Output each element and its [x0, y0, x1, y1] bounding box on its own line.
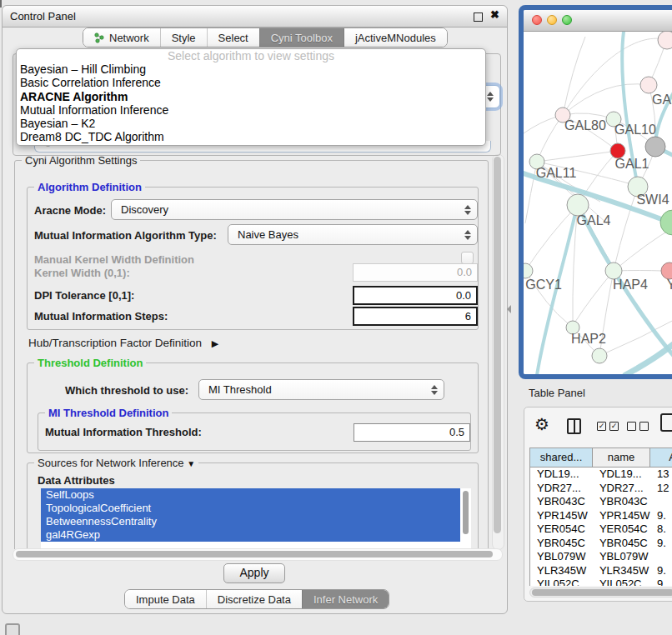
tab-style[interactable]: Style — [160, 28, 207, 47]
network-edge[interactable] — [614, 228, 672, 271]
network-node[interactable] — [605, 262, 622, 279]
gear-icon[interactable]: ⚙ — [534, 414, 549, 434]
network-edge[interactable] — [537, 115, 563, 162]
data-attribute-item-selected[interactable]: BetweennessCentrality — [41, 515, 460, 528]
stepper-icon — [464, 229, 472, 241]
dpi-tolerance-label: DPI Tolerance [0,1]: — [34, 289, 134, 302]
algorithm-option[interactable]: Bayesian – Hill Climbing — [17, 62, 485, 76]
data-attribute-item-selected[interactable]: SelfLoops — [41, 488, 460, 502]
table-cell: YPR145W — [530, 509, 593, 523]
network-window-titlebar[interactable] — [524, 10, 672, 32]
control-panel-title: Control Panel — [10, 10, 76, 22]
table-row[interactable]: YDL19...YDL19...13 — [530, 468, 672, 482]
tab-network[interactable]: Network — [83, 28, 160, 47]
table-cell: YDR27... — [530, 482, 593, 496]
close-traffic-light[interactable] — [532, 15, 542, 25]
algorithm-option[interactable]: Basic Correlation Inference — [17, 76, 485, 89]
network-graph[interactable]: GALGAL80GAL10GAL1GAL11SWI4GAL4GCY1HAP4YH… — [524, 32, 672, 375]
hub-section-label[interactable]: Hub/Transcription Factor Definition ▶ — [28, 337, 218, 349]
network-node[interactable] — [592, 348, 607, 363]
checked-box-icon: ✓ — [597, 422, 606, 431]
table-row[interactable]: YBR045CYBR045C9. — [530, 537, 672, 551]
table-horizontal-scrollbar[interactable] — [529, 588, 672, 598]
tab-select[interactable]: Select — [207, 28, 259, 47]
data-attributes-list[interactable]: SelfLoopsTopologicalCoefficientBetweenne… — [41, 488, 471, 549]
network-node[interactable] — [660, 210, 672, 235]
settings-vertical-scrollbar[interactable] — [492, 154, 504, 550]
expanded-arrow-icon[interactable]: ▼ — [187, 459, 195, 468]
collapsed-arrow-icon[interactable]: ▶ — [212, 338, 218, 348]
table-row[interactable]: YER054CYER054C8. — [530, 522, 672, 537]
table-row[interactable]: YPR145WYPR145W9. — [530, 509, 672, 523]
which-threshold-combo[interactable]: MI Threshold — [198, 379, 444, 400]
tab-jactivemnodules[interactable]: jActiveMNodules — [344, 28, 447, 47]
kernel-width-field[interactable]: 0.0 — [353, 263, 478, 282]
network-edge[interactable] — [537, 151, 618, 162]
mi-type-value: Naive Bayes — [238, 228, 298, 241]
checked-box-icon: ✓ — [609, 422, 619, 431]
table-row[interactable]: YBR043CYBR043C — [530, 495, 672, 509]
table-row[interactable]: YLR345WYLR345W9. — [530, 564, 672, 578]
table-cell: YBL079W — [530, 550, 593, 564]
network-node[interactable] — [658, 32, 672, 49]
network-edge-highlighted[interactable] — [537, 210, 576, 375]
minimize-traffic-light[interactable] — [547, 15, 557, 25]
table-row[interactable]: YBL079WYBL079W — [530, 550, 672, 564]
table-function-icon[interactable] — [660, 413, 672, 432]
table-column-header[interactable]: name — [593, 448, 650, 467]
threshold-definition-groupbox: Threshold Definition Which threshold to … — [27, 362, 479, 453]
table-column-header[interactable]: A — [650, 448, 672, 467]
algorithm-option[interactable]: Mutual Information Inference — [17, 103, 485, 117]
minimized-panel-icon[interactable] — [5, 623, 20, 635]
network-node[interactable] — [661, 262, 672, 279]
algorithm-option[interactable]: Dream8 DC_TDC Algorithm — [17, 130, 485, 143]
node-attribute-table[interactable]: shared...nameA YDL19...YDL19...13YDR27..… — [529, 448, 672, 586]
scrollbar-thumb[interactable] — [494, 157, 501, 533]
scrollbar-thumb[interactable] — [532, 589, 672, 596]
stepper-icon — [431, 384, 439, 396]
network-edge[interactable] — [615, 187, 638, 263]
panel-splitter-handle[interactable] — [507, 305, 511, 313]
algorithm-popup-list: Bayesian – Hill ClimbingBasic Correlatio… — [17, 62, 485, 144]
dpi-tolerance-field[interactable]: 0.0 — [353, 286, 478, 305]
algorithm-option[interactable]: Bayesian – K2 — [17, 117, 485, 130]
network-node-label: HAP2 — [571, 332, 606, 346]
mi-type-combo[interactable]: Naive Bayes — [228, 224, 478, 245]
mi-steps-field[interactable]: 6 — [353, 307, 478, 326]
float-window-icon[interactable] — [474, 12, 483, 22]
network-canvas[interactable]: GALGAL80GAL10GAL1GAL11SWI4GAL4GCY1HAP4YH… — [524, 32, 672, 375]
table-row[interactable]: YIL052CYIL052C9 — [530, 578, 672, 586]
apply-button[interactable]: Apply — [223, 563, 285, 583]
table-column-header[interactable]: shared... — [530, 448, 593, 467]
network-view-window[interactable]: GALGAL80GAL10GAL1GAL11SWI4GAL4GCY1HAP4YH… — [519, 5, 672, 379]
list-scrollbar-thumb[interactable] — [463, 491, 469, 534]
algorithm-definition-groupbox: Algorithm Definition Aracne Mode: Discov… — [27, 187, 479, 330]
network-edge[interactable] — [563, 84, 649, 115]
network-node[interactable] — [524, 263, 533, 278]
algorithm-option[interactable]: ARACNE Algorithm — [17, 90, 485, 103]
column-manager-icon[interactable] — [567, 418, 581, 434]
mi-threshold-field[interactable]: 0.5 — [354, 423, 470, 442]
close-icon[interactable]: ✖ — [490, 8, 499, 21]
data-attribute-item-selected[interactable]: TopologicalCoefficient — [41, 502, 460, 515]
data-attribute-item-selected[interactable]: gal4RGexp — [41, 528, 460, 542]
scrollbar-thumb[interactable] — [16, 551, 493, 558]
network-node[interactable] — [640, 77, 657, 93]
network-edge[interactable] — [575, 271, 614, 322]
zoom-traffic-light[interactable] — [562, 15, 572, 25]
control-panel-titlebar[interactable]: Control Panel ✖ — [3, 6, 507, 28]
network-node[interactable] — [645, 137, 665, 157]
network-icon — [94, 32, 105, 43]
network-edge[interactable] — [563, 37, 585, 115]
aracne-mode-combo[interactable]: Discovery — [111, 199, 478, 220]
deselect-all-columns-icon[interactable] — [627, 422, 649, 431]
settings-horizontal-scrollbar[interactable] — [13, 548, 503, 561]
tab-discretize-data[interactable]: Discretize Data — [206, 590, 302, 608]
tab-cyni-toolbox[interactable]: Cyni Toolbox — [259, 28, 344, 47]
tab-impute-data[interactable]: Impute Data — [125, 590, 206, 608]
table-row[interactable]: YDR27...YDR27...12 — [530, 482, 672, 496]
tab-infer-network[interactable]: Infer Network — [302, 590, 389, 608]
network-node-label: GAL11 — [536, 166, 577, 180]
manual-kernel-checkbox[interactable] — [461, 252, 474, 264]
select-all-columns-icon[interactable]: ✓ ✓ — [597, 422, 619, 431]
